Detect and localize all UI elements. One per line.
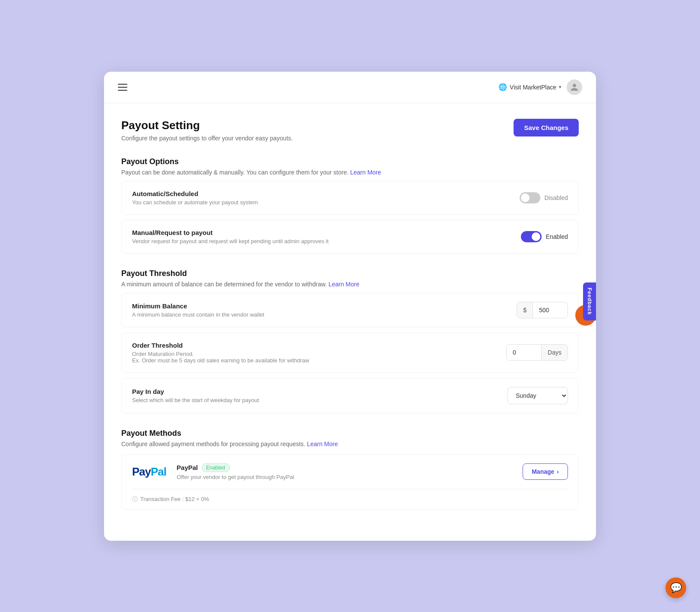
page-title: Payout Setting xyxy=(121,119,293,132)
paypal-card: PayPal PayPal Enabled Offer your vendor … xyxy=(121,454,579,510)
minimum-balance-input-group: $ xyxy=(517,302,568,318)
payout-options-learn-more[interactable]: Learn More xyxy=(350,169,382,176)
order-threshold-label: Order Threshold xyxy=(132,342,506,349)
automatic-setting-row: Automatic/Scheduled You can schedule or … xyxy=(121,181,579,215)
automatic-status: Disabled xyxy=(545,194,568,201)
payout-threshold-section: Payout Threshold A minimum amount of bal… xyxy=(121,269,579,413)
paypal-name-row: PayPal Enabled xyxy=(177,463,294,472)
dollar-prefix: $ xyxy=(517,302,533,318)
chat-button[interactable]: 💬 xyxy=(665,577,686,598)
pay-in-day-row: Pay In day Select which will be the star… xyxy=(121,378,579,413)
order-threshold-input[interactable] xyxy=(507,345,541,360)
order-threshold-row: Order Threshold Order Maturation Period.… xyxy=(121,333,579,373)
automatic-toggle-wrapper: Disabled xyxy=(520,192,568,203)
paypal-desc: Offer your vendor to get payout through … xyxy=(177,474,294,480)
payout-threshold-desc: A minimum amount of balance can be deter… xyxy=(121,281,579,288)
payout-options-desc: Payout can be done automatically & manua… xyxy=(121,169,579,176)
feedback-tab-container: Feedback xyxy=(583,282,596,320)
paypal-details: PayPal Enabled Offer your vendor to get … xyxy=(177,463,294,480)
page-header: Payout Setting Configure the payout sett… xyxy=(121,119,579,142)
menu-icon[interactable] xyxy=(118,84,127,91)
paypal-name: PayPal xyxy=(177,464,198,471)
paypal-enabled-badge: Enabled xyxy=(202,463,230,472)
payout-methods-learn-more[interactable]: Learn More xyxy=(307,441,338,447)
paypal-manage-button[interactable]: Manage › xyxy=(523,463,568,480)
automatic-desc: You can schedule or automate your payout… xyxy=(132,199,520,206)
days-suffix: Days xyxy=(541,345,568,360)
paypal-info: PayPal PayPal Enabled Offer your vendor … xyxy=(132,463,294,480)
chevron-down-icon: ▾ xyxy=(559,84,561,90)
minimum-balance-input[interactable] xyxy=(533,302,568,318)
automatic-label: Automatic/Scheduled xyxy=(132,190,520,197)
visit-marketplace-label: Visit MarketPlace xyxy=(510,84,556,91)
topbar: 🌐 Visit MarketPlace ▾ xyxy=(104,72,596,103)
order-threshold-input-group: Days xyxy=(506,344,568,361)
manual-toggle-wrapper: Enabled xyxy=(521,231,568,242)
save-changes-button[interactable]: Save Changes xyxy=(514,119,579,136)
chevron-right-icon: › xyxy=(557,468,559,475)
manual-label: Manual/Request to payout xyxy=(132,229,521,236)
minimum-balance-label: Minimum Balance xyxy=(132,302,517,310)
order-threshold-desc1: Order Maturation Period. xyxy=(132,351,506,357)
chat-icon: 💬 xyxy=(670,582,682,593)
user-avatar[interactable] xyxy=(567,79,582,95)
minimum-balance-desc: A minimum balance must contain in the ve… xyxy=(132,311,517,318)
pay-in-day-desc: Select which will be the start of weekda… xyxy=(132,397,508,403)
manual-toggle[interactable] xyxy=(521,231,542,242)
paypal-logo: PayPal xyxy=(132,465,166,479)
payout-methods-title: Payout Methods xyxy=(121,429,579,438)
manual-setting-row: Manual/Request to payout Vendor request … xyxy=(121,220,579,254)
info-icon: ⓘ xyxy=(132,495,138,503)
automatic-toggle[interactable] xyxy=(520,192,540,203)
globe-icon: 🌐 xyxy=(498,83,507,91)
payout-options-title: Payout Options xyxy=(121,157,579,166)
pay-in-day-label: Pay In day xyxy=(132,388,508,395)
visit-marketplace-button[interactable]: 🌐 Visit MarketPlace ▾ xyxy=(498,83,561,91)
payout-methods-desc: Configure allowed payment methods for pr… xyxy=(121,441,579,447)
payout-threshold-learn-more[interactable]: Learn More xyxy=(328,281,359,288)
transaction-fee-text: Transaction Fee : $12 + 0% xyxy=(140,496,209,502)
manual-status: Enabled xyxy=(546,233,568,240)
manual-desc: Vendor request for payout and request wi… xyxy=(132,238,521,244)
page-subtitle: Configure the payout settings to offer y… xyxy=(121,135,293,142)
minimum-balance-row: Minimum Balance A minimum balance must c… xyxy=(121,293,579,327)
payout-options-section: Payout Options Payout can be done automa… xyxy=(121,157,579,254)
payout-methods-section: Payout Methods Configure allowed payment… xyxy=(121,429,579,510)
feedback-tab-button[interactable]: Feedback xyxy=(583,282,596,320)
order-threshold-desc2: Ex. Order must be 5 days old sales earni… xyxy=(132,357,506,364)
transaction-fee-row: ⓘ Transaction Fee : $12 + 0% xyxy=(132,489,568,509)
payout-threshold-title: Payout Threshold xyxy=(121,269,579,278)
pay-in-day-select[interactable]: Sunday Monday Tuesday Wednesday Thursday… xyxy=(508,387,568,404)
